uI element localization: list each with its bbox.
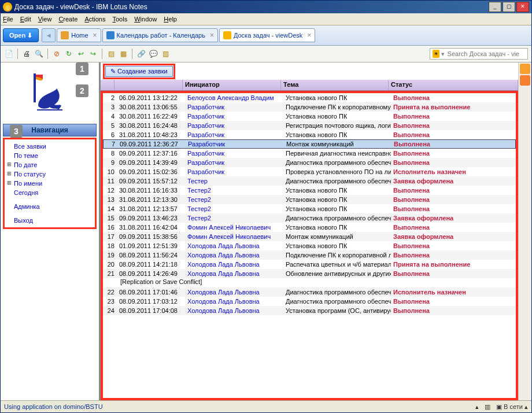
cell-initiator: Тестер2 xyxy=(185,187,283,194)
nav-back-button[interactable]: ◄ xyxy=(42,28,56,42)
table-row[interactable]: 1801.09.2011 12:51:39Холодова Лада Львов… xyxy=(103,241,516,250)
tab-close-icon[interactable]: × xyxy=(93,31,97,39)
close-button[interactable]: ✕ xyxy=(516,2,529,12)
nav-item[interactable]: Сегодня xyxy=(8,188,91,197)
grid-body[interactable]: 206.09.2011 13:12:22Белоусов Александр В… xyxy=(101,91,518,400)
status-menu-icon[interactable]: ▴ xyxy=(475,403,479,411)
preview-icon[interactable]: 🔍 xyxy=(34,49,43,58)
menu-edit[interactable]: Edit xyxy=(20,16,31,23)
cell-theme: Установка нового ПК xyxy=(283,224,391,231)
nav-box: Все заявкиПо темеПо датеПо статусуПо име… xyxy=(3,138,97,229)
table-row[interactable]: 430.08.2011 16:22:49РазработчикУстановка… xyxy=(103,112,516,121)
separator xyxy=(47,49,48,59)
table-row[interactable]: 2208.09.2011 17:01:46Холодова Лада Львов… xyxy=(103,287,516,297)
table-row[interactable]: 1431.08.2011 12:13:57Тестер2Установка но… xyxy=(103,204,516,213)
menu-help[interactable]: Help xyxy=(164,16,177,23)
tab-tasks[interactable]: Доска задач - viewDesk× xyxy=(219,28,315,42)
cell-date: 08.09.2011 17:04:08 xyxy=(117,307,185,314)
nav-item[interactable]: Все заявки xyxy=(8,142,91,151)
cell-num: 7 xyxy=(104,141,117,148)
col-num[interactable] xyxy=(101,80,114,90)
side-rss-icon[interactable] xyxy=(520,75,530,86)
menu-view[interactable]: View xyxy=(38,16,52,23)
table-row[interactable]: 1230.08.2011 16:16:33Тестер2Установка но… xyxy=(103,186,516,195)
cell-status: Выполнена xyxy=(391,131,516,138)
forward-icon[interactable]: ↪ xyxy=(88,49,98,58)
tab-calendar[interactable]: Календарь работ - Календарь× xyxy=(102,28,218,42)
table-row[interactable]: 1509.09.2011 13:46:23Тестер2Диагностика … xyxy=(103,213,516,223)
table-row[interactable]: 1631.08.2011 16:42:04Фомин Алексей Никол… xyxy=(103,223,516,232)
cell-theme: Диагностика программного обеспечени xyxy=(283,159,391,166)
table-row[interactable]: 2008.09.2011 14:21:18Холодова Лада Львов… xyxy=(103,260,516,269)
cell-date: 30.08.2011 16:22:49 xyxy=(117,113,185,120)
nav-item[interactable]: По статусу xyxy=(8,169,91,179)
col-theme[interactable]: Тема xyxy=(281,80,389,90)
nav-item[interactable]: Админка xyxy=(8,202,91,211)
callout-3: 3 xyxy=(10,125,23,138)
new-doc-icon[interactable]: 📄 xyxy=(4,49,13,58)
print-icon[interactable]: 🖨 xyxy=(22,49,31,58)
cell-num: 19 xyxy=(103,252,117,259)
content-area: 1 2 3 Навигация Все заявкиПо темеПо дате… xyxy=(1,62,518,400)
table-row[interactable]: 1709.09.2011 15:38:56Фомин Алексей Никол… xyxy=(103,232,516,241)
nav-item[interactable]: По теме xyxy=(8,151,91,160)
net-status-text: В сети xyxy=(504,403,523,410)
nav-item[interactable]: По дате xyxy=(8,160,91,169)
chat-icon[interactable]: 💬 xyxy=(149,49,158,58)
replication-conflict-row[interactable]: [Replication or Save Conflict] xyxy=(103,278,516,287)
side-icon-1[interactable] xyxy=(520,64,530,74)
tab-close-icon[interactable]: × xyxy=(210,31,214,39)
menu-actions[interactable]: Actions xyxy=(84,16,105,23)
table-row[interactable]: 330.08.2011 13:06:55РазработчикПодключен… xyxy=(103,102,516,112)
table-row[interactable]: 1109.09.2011 15:57:12ТестерДиагностика п… xyxy=(103,176,516,186)
table-row[interactable]: 809.09.2011 12:37:16РазработчикПервичная… xyxy=(103,149,516,158)
col-initiator[interactable]: Инициатор xyxy=(183,80,281,90)
table-row[interactable]: 2308.09.2011 17:03:12Холодова Лада Львов… xyxy=(103,297,516,306)
back-icon[interactable]: ↩ xyxy=(76,49,86,58)
cell-status: Выполнена xyxy=(391,141,515,148)
tab-close-icon[interactable]: × xyxy=(307,31,311,39)
search-input[interactable] xyxy=(446,50,525,58)
create-request-button[interactable]: ✎ Создание заявки xyxy=(105,66,173,77)
menu-file[interactable]: File xyxy=(3,16,13,23)
status-indicator-icon[interactable]: ▥ xyxy=(485,403,490,411)
cell-status: Заявка оформлена xyxy=(391,178,516,185)
table-row[interactable]: 2108.09.2011 14:26:49Холодова Лада Львов… xyxy=(103,269,516,278)
table-row[interactable]: 909.09.2011 14:39:49РазработчикДиагности… xyxy=(103,158,516,167)
cell-theme: Установка нового ПК xyxy=(283,94,391,101)
table-row[interactable]: 709.09.2011 12:36:27РазработчикМонтаж ко… xyxy=(103,139,516,149)
nav-item[interactable]: По имени xyxy=(8,179,91,188)
cell-num: 5 xyxy=(103,122,117,129)
search-scope-icon[interactable]: ☀ xyxy=(433,50,439,58)
col-status[interactable]: Статус xyxy=(389,80,518,90)
grid-header: Время создания Инициатор Тема Статус xyxy=(101,80,518,91)
copy-link-icon[interactable]: 🔗 xyxy=(136,49,146,58)
minimize-button[interactable]: _ xyxy=(489,2,501,12)
open-button[interactable]: Open ⬇ xyxy=(3,28,39,42)
menu-create[interactable]: Create xyxy=(58,16,77,23)
table-row[interactable]: 631.08.2011 10:48:23РазработчикУстановка… xyxy=(103,130,516,139)
folder-icon[interactable]: ▤ xyxy=(106,49,116,58)
table-row[interactable]: 1331.08.2011 12:13:30Тестер2Установка но… xyxy=(103,195,516,204)
cell-status: Выполнена xyxy=(391,205,516,212)
menu-window[interactable]: Window xyxy=(134,16,157,23)
cell-status: Выполнена xyxy=(391,252,516,259)
tool-icon[interactable]: ▥ xyxy=(161,49,170,58)
cell-theme: Подключение ПК к корпоративному дом xyxy=(283,104,391,110)
stop-icon[interactable]: ⊘ xyxy=(52,49,61,58)
table-row[interactable]: 2408.09.2011 17:04:08Холодова Лада Львов… xyxy=(103,306,516,315)
collapse-icon[interactable]: ▦ xyxy=(119,49,128,58)
nav-item[interactable]: Выход xyxy=(8,216,91,225)
table-row[interactable]: 1908.09.2011 11:56:24Холодова Лада Львов… xyxy=(103,250,516,260)
cell-initiator: Фомин Алексей Николаевич xyxy=(185,233,283,240)
search-box[interactable]: ☀ ▾ xyxy=(430,48,528,60)
tab-home[interactable]: Home× xyxy=(57,28,101,42)
table-row[interactable]: 1009.09.2011 15:02:36РазработчикПроверка… xyxy=(103,167,516,176)
cell-status: Выполнена xyxy=(391,270,516,277)
table-row[interactable]: 206.09.2011 13:12:22Белоусов Александр В… xyxy=(103,93,516,102)
menu-tools[interactable]: Tools xyxy=(113,16,128,23)
col-date[interactable]: Время создания xyxy=(114,80,183,90)
refresh-icon[interactable]: ↻ xyxy=(64,49,73,58)
maximize-button[interactable]: ▢ xyxy=(503,2,515,12)
table-row[interactable]: 530.08.2011 16:24:48РазработчикРегистрац… xyxy=(103,121,516,130)
